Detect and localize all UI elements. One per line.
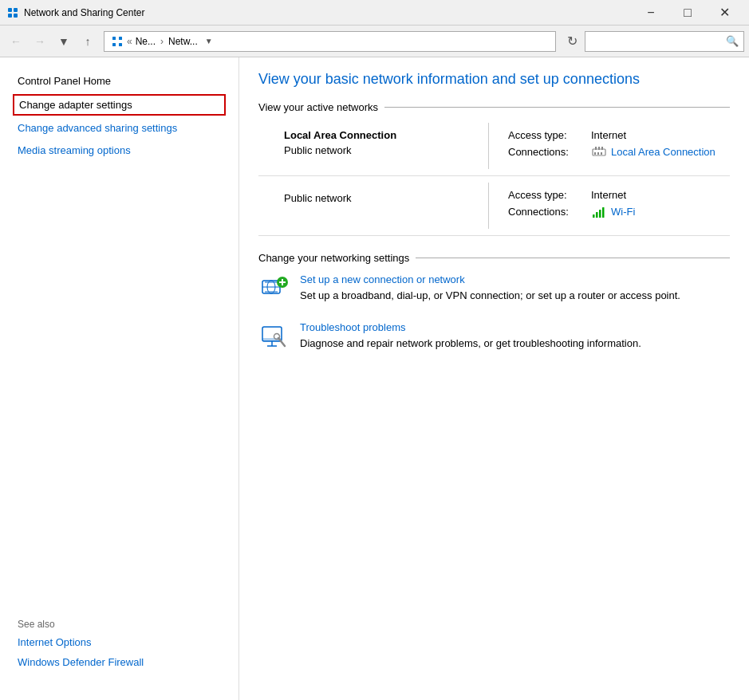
connections-label-2: Connections: (508, 206, 588, 218)
wifi-icon (591, 206, 607, 218)
active-networks-label: View your active networks (258, 101, 378, 113)
troubleshoot-text: Troubleshoot problems Diagnose and repai… (300, 321, 730, 351)
network-type-2: Public network (284, 192, 469, 204)
svg-rect-12 (594, 152, 596, 155)
network-type-1: Public network (284, 144, 469, 156)
address-part1: Ne... (136, 36, 156, 47)
svg-rect-17 (599, 210, 601, 218)
network-info-2: Public network (258, 183, 482, 229)
sidebar-item-change-adapter-settings[interactable]: Change adapter settings (13, 94, 226, 116)
network-details-1: Access type: Internet Connections: (495, 123, 730, 169)
network-sharing-center-icon (6, 6, 19, 19)
setup-connection-link[interactable]: Set up a new connection or network (300, 273, 730, 285)
back-button[interactable]: ← (5, 30, 27, 53)
see-also-title: See also (18, 619, 221, 630)
search-input[interactable] (590, 36, 726, 47)
refresh-button[interactable]: ↻ (561, 30, 583, 53)
main-layout: Control Panel Home Change adapter settin… (0, 57, 749, 700)
svg-rect-5 (119, 37, 122, 40)
svg-rect-1 (14, 8, 18, 12)
troubleshoot-desc: Diagnose and repair network problems, or… (300, 337, 641, 349)
address-dropdown-btn[interactable]: ▼ (201, 32, 217, 51)
setup-connection-text: Set up a new connection or network Set u… (300, 273, 730, 303)
svg-rect-3 (14, 14, 18, 18)
maximize-button[interactable]: □ (669, 0, 706, 26)
network-details-2: Access type: Internet Connections: Wi-Fi (495, 183, 730, 229)
address-part2: Netw... (168, 36, 198, 47)
window-controls: − □ ✕ (633, 0, 743, 26)
address-box: « Ne... › Netw... ▼ (104, 31, 556, 52)
page-title: View your basic network information and … (258, 70, 730, 88)
action-troubleshoot: Troubleshoot problems Diagnose and repai… (258, 321, 730, 353)
see-also-internet-options[interactable]: Internet Options (18, 635, 221, 651)
dropdown-button[interactable]: ▼ (53, 30, 75, 53)
svg-rect-18 (602, 207, 605, 218)
access-type-value-2: Internet (591, 189, 626, 201)
content-area: View your basic network information and … (239, 57, 749, 700)
sidebar-item-media-streaming[interactable]: Media streaming options (0, 140, 238, 162)
address-separator: › (160, 36, 164, 47)
connections-label-1: Connections: (508, 146, 588, 158)
troubleshoot-icon (258, 321, 290, 353)
active-networks-header: View your active networks (258, 101, 730, 113)
network-info-1: Local Area Connection Public network (258, 123, 482, 169)
access-type-row-2: Access type: Internet (508, 189, 717, 201)
change-settings-divider (416, 258, 730, 258)
sidebar: Control Panel Home Change adapter settin… (0, 57, 239, 700)
troubleshoot-link[interactable]: Troubleshoot problems (300, 321, 730, 333)
svg-rect-6 (112, 43, 116, 46)
see-also-windows-firewall[interactable]: Windows Defender Firewall (18, 655, 221, 671)
svg-rect-15 (593, 214, 595, 218)
access-type-label-2: Access type: (508, 189, 588, 201)
access-type-value-1: Internet (591, 129, 626, 141)
svg-rect-2 (8, 14, 12, 18)
svg-rect-13 (597, 152, 599, 155)
address-icon (111, 35, 124, 48)
network-divider-2 (488, 183, 489, 229)
change-settings-header: Change your networking settings (258, 252, 730, 264)
action-setup-connection: Set up a new connection or network Set u… (258, 273, 730, 305)
connections-row-2: Connections: Wi-Fi (508, 206, 717, 218)
see-also-section: See also Internet Options Windows Defend… (0, 619, 238, 687)
connection-link-1[interactable]: Local Area Connection (611, 146, 715, 158)
network-card-1: Local Area Connection Public network Acc… (258, 123, 730, 176)
svg-rect-9 (595, 147, 597, 150)
setup-connection-icon (258, 273, 290, 305)
search-box: 🔍 (585, 31, 744, 52)
sidebar-spacer (0, 161, 238, 619)
window-title: Network and Sharing Center (24, 7, 633, 18)
svg-rect-0 (8, 8, 12, 12)
close-button[interactable]: ✕ (706, 0, 743, 26)
svg-rect-16 (596, 212, 598, 218)
change-settings-label: Change your networking settings (258, 252, 409, 264)
ethernet-icon (591, 147, 607, 158)
search-button[interactable]: 🔍 (726, 35, 739, 47)
up-button[interactable]: ↑ (77, 30, 99, 53)
minimize-button[interactable]: − (633, 0, 669, 26)
forward-button[interactable]: → (29, 30, 51, 53)
svg-rect-4 (112, 37, 116, 40)
network-divider-1 (488, 123, 489, 169)
network-name-1: Local Area Connection (284, 129, 469, 141)
network-card-2: Public network Access type: Internet Con… (258, 183, 730, 236)
svg-rect-7 (119, 43, 122, 46)
title-bar: Network and Sharing Center − □ ✕ (0, 0, 749, 26)
address-prefix: « (127, 36, 132, 47)
connection-link-2[interactable]: Wi-Fi (611, 206, 635, 218)
address-bar: ← → ▼ ↑ « Ne... › Netw... ▼ ↻ 🔍 (0, 26, 749, 57)
svg-rect-14 (601, 152, 602, 155)
sidebar-item-change-advanced-sharing[interactable]: Change advanced sharing settings (0, 117, 238, 140)
access-type-row-1: Access type: Internet (508, 129, 717, 141)
active-networks-divider (384, 107, 730, 108)
svg-rect-10 (598, 147, 600, 150)
svg-rect-11 (601, 147, 603, 150)
access-type-label-1: Access type: (508, 129, 588, 141)
setup-connection-desc: Set up a broadband, dial-up, or VPN conn… (300, 289, 680, 301)
sidebar-item-control-panel-home[interactable]: Control Panel Home (0, 70, 238, 92)
connections-row-1: Connections: Local Area Connectio (508, 146, 717, 158)
